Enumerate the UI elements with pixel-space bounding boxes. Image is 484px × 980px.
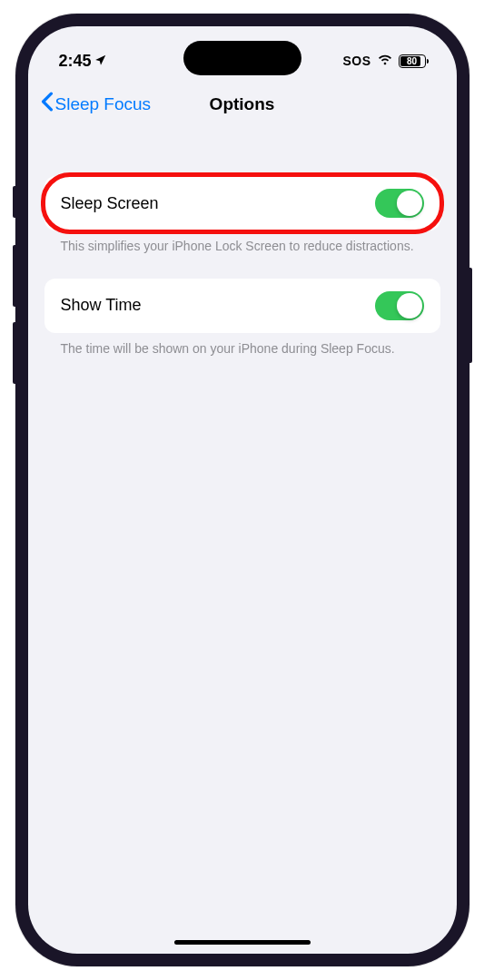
wifi-icon <box>377 53 393 69</box>
sleep-screen-row[interactable]: Sleep Screen <box>44 176 440 230</box>
sos-indicator: SOS <box>342 54 370 68</box>
show-time-section: Show Time The time will be shown on your… <box>44 279 440 358</box>
content: Sleep Screen This simplifies your iPhone… <box>28 176 457 358</box>
power-button <box>469 268 472 363</box>
status-right: SOS 80 <box>342 53 425 69</box>
show-time-footer: The time will be shown on your iPhone du… <box>44 333 440 358</box>
phone-frame: 2:45 SOS 80 Sle <box>15 14 469 966</box>
home-indicator[interactable] <box>174 940 311 945</box>
volume-up-button <box>13 245 15 307</box>
show-time-label: Show Time <box>61 296 142 315</box>
toggle-knob <box>397 293 422 318</box>
status-left: 2:45 <box>59 52 107 71</box>
phone-screen: 2:45 SOS 80 Sle <box>28 26 457 954</box>
location-icon <box>94 52 107 71</box>
sleep-screen-toggle[interactable] <box>375 189 424 218</box>
battery-level: 80 <box>407 56 417 66</box>
nav-bar: Sleep Focus Options <box>28 77 457 132</box>
status-time: 2:45 <box>59 52 92 71</box>
show-time-toggle[interactable] <box>375 291 424 320</box>
toggle-knob <box>397 191 422 216</box>
volume-down-button <box>13 322 15 384</box>
back-label: Sleep Focus <box>55 94 152 114</box>
battery-icon: 80 <box>399 54 426 68</box>
sleep-screen-footer: This simplifies your iPhone Lock Screen … <box>44 230 440 255</box>
chevron-left-icon <box>41 92 54 116</box>
page-title: Options <box>210 94 275 114</box>
show-time-row[interactable]: Show Time <box>44 279 440 333</box>
side-button <box>13 186 15 218</box>
dynamic-island <box>183 41 301 75</box>
back-button[interactable]: Sleep Focus <box>41 92 152 116</box>
sleep-screen-label: Sleep Screen <box>61 194 159 213</box>
sleep-screen-section: Sleep Screen This simplifies your iPhone… <box>44 176 440 255</box>
